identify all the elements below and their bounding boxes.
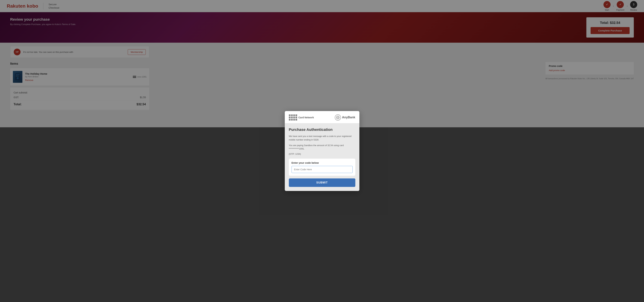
modal-title: Purchase Authentication — [289, 128, 355, 132]
code-entry-section: Enter your code below — [289, 159, 355, 176]
submit-button[interactable]: SUBMIT — [289, 178, 355, 187]
anybank-label: AnyBank — [342, 116, 355, 119]
anybank-circle-icon — [335, 114, 341, 121]
modal-header: Card Network AnyBank — [285, 111, 360, 123]
modal-desc1: We have sent you a text message with a c… — [289, 135, 355, 142]
authentication-modal: Card Network AnyBank Purchase Authentica… — [285, 111, 360, 191]
code-input[interactable] — [292, 166, 352, 173]
card-network-logo: Card Network — [289, 114, 314, 121]
code-section-label: Enter your code below — [292, 161, 352, 164]
modal-overlay: Card Network AnyBank Purchase Authentica… — [0, 0, 644, 302]
modal-otp: (OTP: 1234) — [289, 153, 355, 155]
card-network-label: Card Network — [298, 116, 314, 119]
modal-desc2: You are paying Sandbox the amount of 32.… — [289, 144, 355, 151]
modal-body: Purchase Authentication We have sent you… — [285, 123, 360, 191]
card-network-grid-icon — [289, 114, 297, 121]
anybank-logo: AnyBank — [335, 114, 355, 121]
